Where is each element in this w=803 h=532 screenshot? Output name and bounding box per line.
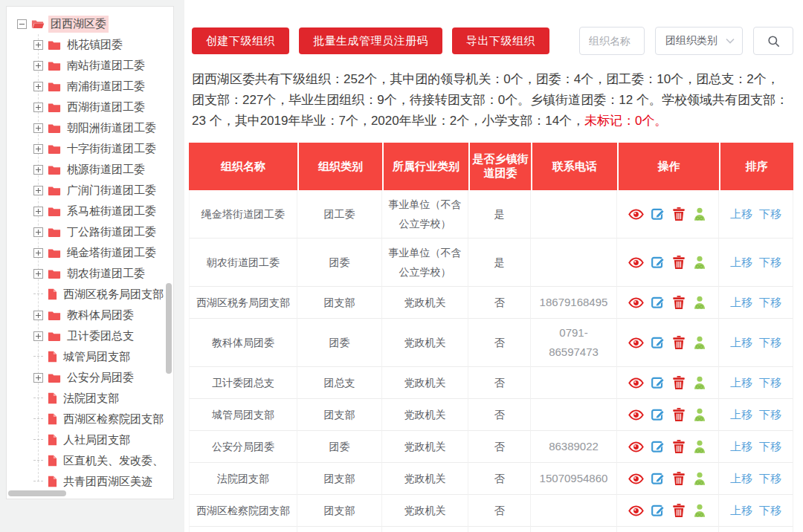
tree-node-label[interactable]: 法院团支部 bbox=[61, 390, 121, 407]
move-down-link[interactable]: 下移 bbox=[759, 256, 781, 268]
view-button[interactable] bbox=[628, 407, 644, 423]
view-button[interactable] bbox=[628, 375, 644, 391]
edit-button[interactable] bbox=[651, 295, 665, 311]
expand-plus-icon[interactable] bbox=[33, 373, 43, 383]
delete-button[interactable] bbox=[672, 407, 686, 423]
move-up-link[interactable]: 上移 bbox=[730, 408, 752, 421]
delete-button[interactable] bbox=[672, 335, 686, 351]
move-down-link[interactable]: 下移 bbox=[759, 376, 781, 389]
admin-user-button[interactable] bbox=[692, 503, 707, 519]
tree-node-label[interactable]: 教科体局团委 bbox=[65, 307, 136, 324]
admin-user-button[interactable] bbox=[692, 407, 707, 423]
view-button[interactable] bbox=[628, 295, 644, 311]
view-button[interactable] bbox=[628, 207, 644, 222]
delete-button[interactable] bbox=[672, 295, 686, 311]
move-up-link[interactable]: 上移 bbox=[730, 376, 752, 389]
move-up-link[interactable]: 上移 bbox=[730, 207, 752, 220]
expand-plus-icon[interactable] bbox=[33, 103, 43, 112]
move-down-link[interactable]: 下移 bbox=[759, 472, 781, 484]
tree-node-label[interactable]: 南站街道团工委 bbox=[65, 57, 147, 74]
move-down-link[interactable]: 下移 bbox=[759, 504, 781, 516]
admin-user-button[interactable] bbox=[692, 295, 707, 311]
move-down-link[interactable]: 下移 bbox=[759, 440, 781, 452]
admin-user-button[interactable] bbox=[692, 255, 707, 270]
delete-button[interactable] bbox=[672, 503, 686, 519]
move-down-link[interactable]: 下移 bbox=[759, 207, 781, 220]
create-sub-org-button[interactable]: 创建下级组织 bbox=[192, 27, 289, 54]
move-up-link[interactable]: 上移 bbox=[730, 336, 752, 348]
collapse-minus-icon[interactable] bbox=[17, 19, 27, 29]
move-up-link[interactable]: 上移 bbox=[730, 504, 752, 516]
tree-node-label[interactable]: 广润门街道团工委 bbox=[65, 182, 158, 199]
tree-node-label[interactable]: 团西湖区委 bbox=[48, 16, 109, 33]
tree-node-label[interactable]: 绳金塔街道团工委 bbox=[65, 244, 158, 262]
admin-user-button[interactable] bbox=[692, 471, 707, 487]
tree-node-label[interactable]: 人社局团支部 bbox=[61, 432, 132, 449]
tree-node-label[interactable]: 十字街街道团工委 bbox=[65, 140, 158, 158]
view-button[interactable] bbox=[628, 503, 644, 519]
admin-user-button[interactable] bbox=[692, 375, 707, 391]
tree-node-label[interactable]: 卫计委团总支 bbox=[65, 328, 136, 345]
tree-node-label[interactable]: 朝农街道团工委 bbox=[65, 265, 147, 282]
edit-button[interactable] bbox=[651, 207, 665, 222]
edit-button[interactable] bbox=[651, 375, 665, 391]
tree-node-label[interactable]: 共青团西湖区美迹 bbox=[61, 473, 155, 490]
tree-node-label[interactable]: 西湖区检察院团支部 bbox=[61, 411, 166, 428]
view-button[interactable] bbox=[628, 439, 644, 455]
admin-user-button[interactable] bbox=[692, 439, 707, 455]
expand-plus-icon[interactable] bbox=[33, 186, 43, 195]
edit-button[interactable] bbox=[651, 471, 665, 487]
expand-plus-icon[interactable] bbox=[33, 248, 43, 258]
expand-plus-icon[interactable] bbox=[33, 207, 43, 216]
tree-node-label[interactable]: 西湖街道团工委 bbox=[65, 99, 147, 116]
delete-button[interactable] bbox=[672, 439, 686, 455]
tree-node-label[interactable]: 西湖区税务局团支部 bbox=[61, 286, 166, 303]
view-button[interactable] bbox=[628, 335, 644, 351]
expand-plus-icon[interactable] bbox=[33, 82, 43, 91]
expand-plus-icon[interactable] bbox=[33, 311, 43, 320]
tree-node-label[interactable]: 桃源街道团工委 bbox=[65, 161, 147, 178]
edit-button[interactable] bbox=[651, 503, 665, 519]
batch-generate-admin-codes-button[interactable]: 批量生成管理员注册码 bbox=[299, 27, 442, 54]
expand-plus-icon[interactable] bbox=[33, 165, 43, 175]
admin-user-button[interactable] bbox=[692, 207, 707, 222]
edit-button[interactable] bbox=[651, 335, 665, 351]
tree-node-label[interactable]: 系马桩街道团工委 bbox=[65, 203, 158, 220]
move-up-link[interactable]: 上移 bbox=[730, 256, 752, 268]
tree-node-label[interactable]: 桃花镇团委 bbox=[65, 36, 125, 53]
move-down-link[interactable]: 下移 bbox=[759, 336, 781, 348]
expand-plus-icon[interactable] bbox=[33, 144, 43, 154]
edit-button[interactable] bbox=[651, 407, 665, 423]
move-down-link[interactable]: 下移 bbox=[759, 296, 781, 308]
move-up-link[interactable]: 上移 bbox=[730, 472, 752, 484]
edit-button[interactable] bbox=[651, 439, 665, 455]
export-sub-org-button[interactable]: 导出下级组织 bbox=[452, 27, 549, 54]
delete-button[interactable] bbox=[672, 471, 686, 487]
tree-node-label[interactable]: 朝阳洲街道团工委 bbox=[65, 120, 158, 137]
view-button[interactable] bbox=[628, 471, 644, 487]
expand-plus-icon[interactable] bbox=[33, 40, 43, 50]
tree-node-label[interactable]: 区直机关、发改委、 bbox=[61, 452, 166, 470]
expand-plus-icon[interactable] bbox=[33, 227, 43, 237]
delete-button[interactable] bbox=[672, 207, 686, 222]
edit-button[interactable] bbox=[651, 255, 665, 270]
org-name-input[interactable] bbox=[579, 27, 645, 55]
delete-button[interactable] bbox=[672, 375, 686, 391]
move-down-link[interactable]: 下移 bbox=[759, 408, 781, 421]
move-up-link[interactable]: 上移 bbox=[730, 440, 752, 452]
tree-node-label[interactable]: 城管局团支部 bbox=[61, 348, 132, 366]
tree-node-label[interactable]: 南浦街道团工委 bbox=[65, 78, 147, 95]
view-button[interactable] bbox=[628, 255, 644, 270]
expand-plus-icon[interactable] bbox=[33, 123, 43, 133]
expand-plus-icon[interactable] bbox=[33, 331, 43, 341]
tree-node-label[interactable]: 公安分局团委 bbox=[65, 369, 136, 386]
expand-plus-icon[interactable] bbox=[33, 61, 43, 71]
tree-node-label[interactable]: 丁公路街道团工委 bbox=[65, 224, 158, 241]
search-button[interactable] bbox=[753, 27, 793, 55]
delete-button[interactable] bbox=[672, 255, 686, 270]
org-category-select[interactable]: 团组织类别 bbox=[655, 27, 743, 55]
row-actions bbox=[622, 335, 714, 351]
expand-plus-icon[interactable] bbox=[33, 269, 43, 279]
admin-user-button[interactable] bbox=[692, 335, 707, 351]
move-up-link[interactable]: 上移 bbox=[730, 296, 752, 308]
